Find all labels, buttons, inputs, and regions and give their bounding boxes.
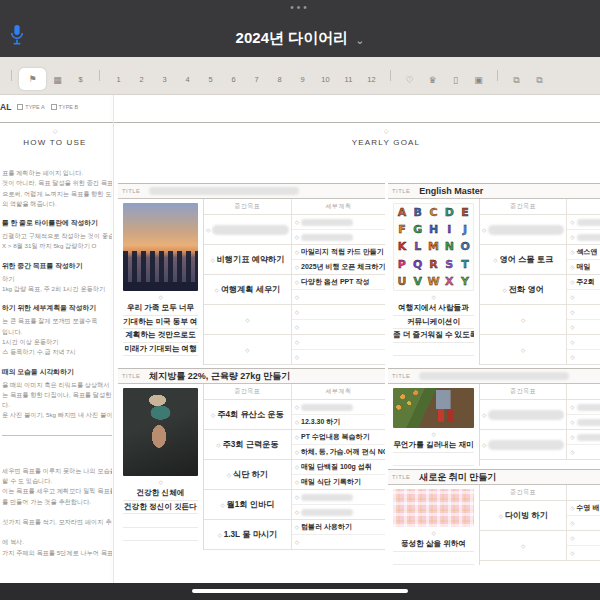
tab-month-1[interactable]: 1 bbox=[107, 70, 130, 90]
tab-month-12[interactable]: 12 bbox=[360, 70, 383, 90]
type-b-checkbox[interactable]: TYPE B bbox=[51, 104, 79, 110]
mid-goal-text: 1.3L 물 마시기 bbox=[224, 529, 278, 540]
title-label: TITLE bbox=[122, 373, 140, 379]
column-header-mid: 중간목표 bbox=[204, 199, 292, 214]
guide-line: 1kg 감량 목표, 주 2회 1시간 운동하기 bbox=[2, 284, 112, 294]
table-row: ◇◇◇ bbox=[480, 531, 600, 561]
caption-line bbox=[123, 514, 198, 528]
detail-cells: ◇주2회◇ bbox=[567, 275, 600, 304]
goal-table-english: TITLEEnglish MasterABCDEFGHIJKLMNOPQRSTU… bbox=[388, 183, 600, 365]
redacted-text bbox=[301, 509, 353, 516]
how-to-use-title: HOW TO USE bbox=[0, 138, 110, 147]
detail-cells: ◇◇ bbox=[567, 430, 600, 459]
tab-note-2[interactable]: ⧉ bbox=[528, 70, 551, 90]
diamond-ornament: ◇ bbox=[123, 293, 198, 302]
mid-goal-text: 주3회 근력운동 bbox=[223, 439, 279, 450]
tab-month-10[interactable]: 10 bbox=[314, 70, 337, 90]
caption-line: 커뮤니케이션이 bbox=[393, 316, 474, 330]
caption-line bbox=[123, 528, 198, 542]
caption-line: 무언가를 길러내는 재미 bbox=[393, 439, 474, 453]
mid-goal-cell: ◇ bbox=[480, 430, 567, 459]
caption-line bbox=[393, 453, 474, 467]
column-header-mid: 중간목표 bbox=[480, 384, 567, 399]
goal-table-travel: TITLE◇우리 가족 모두 너무기대하는 미국 동부 여행계획하는 것만으로도… bbox=[118, 183, 385, 365]
goal-table-title-row: TITLE체지방률 22%, 근육량 27kg 만들기 bbox=[118, 369, 385, 384]
redacted-text bbox=[488, 440, 564, 450]
tab-month-9[interactable]: 9 bbox=[291, 70, 314, 90]
mid-goal-cell: ◇여행계획 세우기 bbox=[204, 275, 292, 304]
table-row: ◇◇◇ bbox=[204, 305, 385, 335]
detail-cells: ◇◇ bbox=[567, 305, 600, 334]
column-header-mid: 중간목표 bbox=[480, 199, 567, 214]
alphabet-letter: C bbox=[426, 204, 442, 221]
tab-photos[interactable]: ▣ bbox=[467, 70, 490, 90]
left-page: AL TYPE A TYPE B ◇ HOW TO USE 표를 계획하는 페이… bbox=[0, 95, 113, 583]
table-row: ◇주3회 근력운동◇PT 수업내용 복습하기◇하체, 등, 가슴.어깨 편식 N… bbox=[204, 430, 385, 460]
tab-month-11[interactable]: 11 bbox=[337, 70, 360, 90]
redacted-title bbox=[149, 187, 299, 195]
tab-month-5[interactable]: 5 bbox=[199, 70, 222, 90]
mid-goal-cell: ◇1.3L 물 마시기 bbox=[204, 520, 292, 549]
detail-text: 2025년 비행 오픈 체크하기 bbox=[301, 262, 385, 272]
alphabet-letter: L bbox=[410, 238, 426, 255]
tab-month-6[interactable]: 6 bbox=[222, 70, 245, 90]
caption-line: 풍성한 삶을 위하여 bbox=[393, 538, 474, 552]
alphabet-letter: U bbox=[394, 273, 410, 290]
tab-month-8[interactable]: 8 bbox=[268, 70, 291, 90]
diamond-bullet: ◇ bbox=[216, 442, 220, 448]
table-row: ◇◇◇ bbox=[480, 400, 600, 430]
guide-heading: 위한 중간 목표를 작성하기 bbox=[2, 261, 112, 271]
alphabet-letter: O bbox=[457, 238, 473, 255]
tab-month-4[interactable]: 4 bbox=[176, 70, 199, 90]
redacted-text bbox=[301, 494, 353, 501]
alphabet-letter: S bbox=[441, 256, 457, 273]
mid-goal-cell: ◇주4회 유산소 운동 bbox=[204, 400, 292, 429]
image-column: ABCDEFGHIJKLMNOPQRSTUVWXY◇여행지에서 사람들과커뮤니케… bbox=[388, 199, 480, 365]
tab-note-1[interactable]: ⧉ bbox=[505, 70, 528, 90]
tab-month-7[interactable]: 7 bbox=[245, 70, 268, 90]
page-1-icon: ⧉ bbox=[513, 76, 519, 85]
diamond-bullet: ◇ bbox=[295, 339, 299, 345]
table-row: ◇식단 하기◇매일 단백질 100g 섭취◇매일 식단 기록하기 bbox=[204, 460, 385, 490]
redacted-text bbox=[577, 234, 600, 241]
alphabet-letter: I bbox=[441, 221, 457, 238]
tab-month-3[interactable]: 3 bbox=[153, 70, 176, 90]
type-a-checkbox[interactable]: TYPE A bbox=[17, 104, 44, 110]
diamond-bullet: ◇ bbox=[218, 532, 222, 538]
tab-health[interactable]: ♡ bbox=[398, 70, 421, 90]
redacted-text bbox=[577, 404, 600, 411]
diamond-bullet: ◇ bbox=[220, 502, 224, 508]
guide-heading: 를 한 줄로 타이틀란에 작성하기 bbox=[2, 218, 112, 228]
mid-goal-cell: ◇ bbox=[204, 215, 292, 244]
mid-goal-cell: ◇전화 영어 bbox=[480, 275, 567, 304]
tab-awards[interactable]: ♛ bbox=[421, 70, 444, 90]
detail-text: 마일리지 적립 카드 만들기 bbox=[301, 247, 384, 257]
guide-line: 를 만들어 가는 것을 추천합니다. bbox=[2, 497, 112, 507]
crown-icon: ♛ bbox=[428, 76, 436, 85]
tab-calendar[interactable]: ▦ bbox=[46, 70, 69, 90]
table-row: ◇전화 영어◇주2회◇ bbox=[480, 275, 600, 305]
diamond-bullet: ◇ bbox=[482, 442, 486, 448]
mid-goal-cell: ◇비행기표 예약하기 bbox=[204, 245, 292, 274]
caption-line: 미래가 기대되는 여행 bbox=[123, 343, 198, 357]
tab-goals[interactable]: ⚑ bbox=[19, 68, 46, 90]
home-indicator[interactable] bbox=[192, 589, 408, 593]
redacted-text bbox=[488, 410, 564, 420]
document-title[interactable]: 2024년 다이어리 ⌄ bbox=[0, 0, 600, 57]
table-row: ◇◇◇ bbox=[480, 305, 600, 335]
goal-table-title-row: TITLE bbox=[118, 184, 385, 199]
diamond-bullet: ◇ bbox=[570, 434, 574, 440]
detail-cell: ◇수영 배 bbox=[567, 501, 600, 516]
detail-cell: ◇ bbox=[292, 505, 385, 519]
detail-cell: ◇ bbox=[567, 415, 600, 429]
title-label: TITLE bbox=[392, 373, 410, 379]
tab-month-2[interactable]: 2 bbox=[130, 70, 153, 90]
tab-device[interactable]: ▯ bbox=[444, 70, 467, 90]
column-header-detail: 세부계획 bbox=[567, 485, 600, 500]
guide-line: 섯가지 목표를 적기, 모자라면 페이지 추가. bbox=[2, 517, 112, 527]
mid-goal-cell: ◇ bbox=[204, 335, 292, 364]
goal-table-hobby: TITLE새로운 취미 만들기◇풍성한 삶을 위하여중간목표세부계획◇다이빙 하… bbox=[388, 469, 600, 565]
detail-text: 텀블러 사용하기 bbox=[301, 522, 352, 532]
tab-money[interactable]: $ bbox=[69, 70, 92, 90]
detail-text: PT 수업내용 복습하기 bbox=[301, 432, 370, 442]
